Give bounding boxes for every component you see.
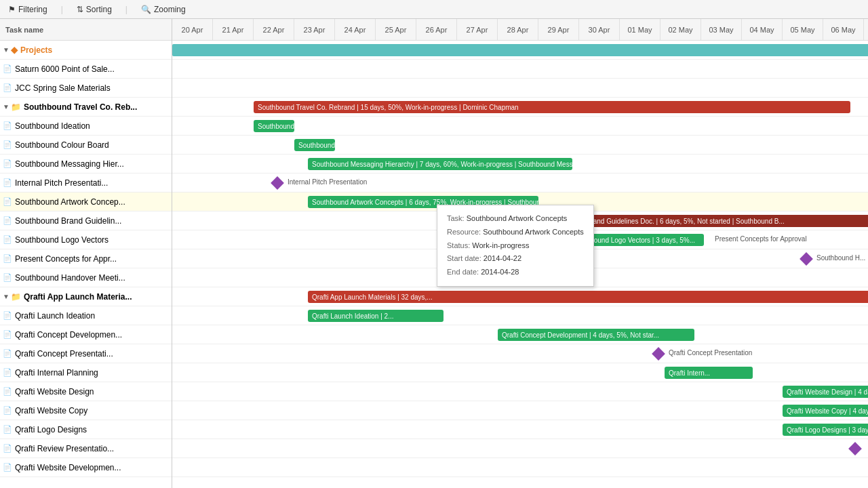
file-icon-sb-artwork: 📄 bbox=[3, 197, 12, 206]
task-row-q-internal[interactable]: 📄 Qrafti Internal Planning bbox=[0, 363, 172, 382]
file-icon-q-logo: 📄 bbox=[3, 425, 12, 434]
sort-icon: ⇅ bbox=[77, 5, 83, 14]
task-label-jcc: JCC Spring Sale Materials bbox=[15, 83, 111, 93]
gantt-row-q-review bbox=[172, 439, 868, 458]
task-label-sb-logo: Southbound Logo Vectors bbox=[15, 235, 108, 245]
task-row-q-review[interactable]: 📄 Qrafti Review Presentatio... bbox=[0, 439, 172, 458]
milestone-q-concept-pres[interactable] bbox=[652, 347, 665, 361]
milestone-q-review[interactable] bbox=[848, 442, 862, 455]
task-row-saturn[interactable]: 📄 Saturn 6000 Point of Sale... bbox=[0, 60, 172, 79]
task-row-sb-ideation[interactable]: 📄 Southbound Ideation bbox=[0, 117, 172, 136]
task-row-projects[interactable]: ▼ ◆ Projects bbox=[0, 41, 172, 60]
expand-icon-projects: ▼ bbox=[3, 46, 9, 54]
task-row-q-logo[interactable]: 📄 Qrafti Logo Designs bbox=[0, 420, 172, 439]
date-30apr: 30 Apr bbox=[579, 19, 620, 40]
bar-q-logo[interactable]: Qrafti Logo Designs | 3 days,... bbox=[783, 424, 868, 436]
gantt-row-q-concept-dev: Qrafti Concept Development | 4 days, 5%,… bbox=[172, 325, 868, 344]
gantt-row-projects bbox=[172, 41, 868, 60]
task-label-sb-messaging: Southbound Messaging Hier... bbox=[15, 159, 124, 169]
folder-icon-qrafti: 📁 bbox=[11, 292, 21, 302]
date-29apr: 29 Apr bbox=[538, 19, 579, 40]
date-06may: 06 May bbox=[823, 19, 864, 40]
tooltip-end-label: End date: bbox=[447, 268, 479, 276]
task-row-sb-logo[interactable]: 📄 Southbound Logo Vectors bbox=[0, 230, 172, 249]
task-row-q-web-dev[interactable]: 📄 Qrafti Website Developmen... bbox=[0, 458, 172, 477]
file-icon-q-web-copy: 📄 bbox=[3, 406, 12, 415]
task-row-q-ideation[interactable]: 📄 Qrafti Launch Ideation bbox=[0, 306, 172, 325]
date-21apr: 21 Apr bbox=[213, 19, 254, 40]
task-row-sb-messaging[interactable]: 📄 Southbound Messaging Hier... bbox=[0, 155, 172, 174]
tooltip-start-value: 2014-04-22 bbox=[484, 254, 521, 262]
expand-icon-qrafti: ▼ bbox=[3, 293, 9, 300]
task-panel: Task name ▼ ◆ Projects 📄 Saturn 6000 Poi… bbox=[0, 19, 172, 488]
task-row-jcc[interactable]: 📄 JCC Spring Sale Materials bbox=[0, 79, 172, 98]
projects-label: Projects bbox=[20, 45, 52, 55]
gantt-row-saturn bbox=[172, 60, 868, 79]
project-top-bar bbox=[172, 44, 868, 56]
task-row-sb-pitch[interactable]: 📄 Internal Pitch Presentati... bbox=[0, 174, 172, 192]
tooltip-task-row: Task: Southbound Artwork Concepts bbox=[447, 212, 584, 226]
task-label-q-web-dev: Qrafti Website Developmen... bbox=[15, 463, 121, 472]
file-icon-sb-brand: 📄 bbox=[3, 216, 12, 225]
date-04may: 04 May bbox=[742, 19, 783, 40]
date-27apr: 27 Apr bbox=[457, 19, 498, 40]
date-22apr: 22 Apr bbox=[254, 19, 294, 40]
task-row-sb-present[interactable]: 📄 Present Concepts for Appr... bbox=[0, 249, 172, 268]
tooltip-resource-value: Southbound Artwork Concepts bbox=[483, 228, 584, 236]
file-icon-sb-pitch: 📄 bbox=[3, 178, 12, 187]
gantt-row-q-logo: Qrafti Logo Designs | 3 days,... bbox=[172, 420, 868, 439]
file-icon-sb-handover: 📄 bbox=[3, 273, 12, 282]
bar-q-web-copy[interactable]: Qrafti Website Copy | 4 days, 5... bbox=[783, 405, 868, 417]
date-05may: 05 May bbox=[783, 19, 823, 40]
task-row-q-web-copy[interactable]: 📄 Qrafti Website Copy bbox=[0, 401, 172, 420]
milestone-sb-pitch[interactable] bbox=[271, 176, 284, 190]
milestone-sb-present[interactable] bbox=[800, 252, 813, 266]
label-sb-handover: Southbound H... bbox=[816, 254, 865, 262]
bar-q-concept-dev[interactable]: Qrafti Concept Development | 4 days, 5%,… bbox=[498, 329, 694, 341]
file-icon-q-web-design: 📄 bbox=[3, 387, 12, 396]
task-label-q-web-copy: Qrafti Website Copy bbox=[15, 406, 87, 415]
bar-southbound-travel[interactable]: Southbound Travel Co. Rebrand | 15 days,… bbox=[254, 101, 850, 113]
date-20apr: 20 Apr bbox=[172, 19, 213, 40]
bar-q-web-design[interactable]: Qrafti Website Design | 4 days... bbox=[783, 386, 868, 398]
task-label-sb-present: Present Concepts for Appr... bbox=[15, 254, 117, 264]
task-row-southbound[interactable]: ▼ 📁 Southbound Travel Co. Reb... bbox=[0, 98, 172, 117]
zooming-button[interactable]: 🔍 Zooming bbox=[138, 5, 189, 14]
date-24apr: 24 Apr bbox=[335, 19, 376, 40]
task-row-sb-artwork[interactable]: 📄 Southbound Artwork Concep... bbox=[0, 192, 172, 211]
task-row-q-web-design[interactable]: 📄 Qrafti Website Design bbox=[0, 382, 172, 401]
bar-sb-messaging[interactable]: Southbound Messaging Hierarchy | 7 days,… bbox=[308, 158, 572, 170]
task-row-sb-handover[interactable]: 📄 Southbound Handover Meeti... bbox=[0, 268, 172, 287]
sorting-button[interactable]: ⇅ Sorting bbox=[74, 5, 115, 14]
bar-q-ideation[interactable]: Qrafti Launch Ideation | 2... bbox=[308, 310, 443, 322]
gantt-area[interactable]: 20 Apr 21 Apr 22 Apr 23 Apr 24 Apr 25 Ap… bbox=[172, 19, 868, 488]
task-label-q-logo: Qrafti Logo Designs bbox=[15, 425, 87, 434]
gantt-row-qrafti: Qrafti App Launch Materials | 32 days,..… bbox=[172, 287, 868, 306]
file-icon-q-internal: 📄 bbox=[3, 368, 12, 377]
task-row-sb-brand[interactable]: 📄 Southbound Brand Guidelin... bbox=[0, 211, 172, 230]
file-icon-sb-present: 📄 bbox=[3, 254, 12, 263]
file-icon-q-concept-pres: 📄 bbox=[3, 349, 12, 358]
bar-qrafti[interactable]: Qrafti App Launch Materials | 32 days,..… bbox=[308, 291, 868, 303]
tooltip-start-label: Start date: bbox=[447, 254, 481, 262]
task-label-sb-brand: Southbound Brand Guidelin... bbox=[15, 216, 121, 226]
date-02may: 02 May bbox=[660, 19, 701, 40]
tooltip-task-value: Southbound Artwork Concepts bbox=[467, 214, 568, 222]
date-23apr: 23 Apr bbox=[294, 19, 335, 40]
toolbar: ⚑ Filtering | ⇅ Sorting | 🔍 Zooming bbox=[0, 0, 868, 19]
task-row-q-concept-pres[interactable]: 📄 Qrafti Concept Presentati... bbox=[0, 344, 172, 363]
task-row-q-concept-dev[interactable]: 📄 Qrafti Concept Developmen... bbox=[0, 325, 172, 344]
bar-q-internal[interactable]: Qrafti Intern... bbox=[665, 367, 753, 379]
label-sb-present: Present Concepts for Approval bbox=[715, 235, 807, 243]
task-label-sb-pitch: Internal Pitch Presentati... bbox=[15, 178, 108, 188]
task-row-qrafti[interactable]: ▼ 📁 Qrafti App Launch Materia... bbox=[0, 287, 172, 306]
task-row-sb-colour[interactable]: 📄 Southbound Colour Board bbox=[0, 136, 172, 155]
filtering-button[interactable]: ⚑ Filtering bbox=[5, 5, 50, 14]
bar-sb-colour[interactable]: Southbound... bbox=[294, 139, 335, 151]
file-icon-q-ideation: 📄 bbox=[3, 311, 12, 320]
bar-sb-ideation[interactable]: Southbound Ideation | 2... bbox=[254, 120, 294, 132]
task-header-label: Task name bbox=[5, 26, 43, 34]
file-icon-q-web-dev: 📄 bbox=[3, 463, 12, 472]
date-28apr: 28 Apr bbox=[498, 19, 538, 40]
gantt-row-sb-messaging: Southbound Messaging Hierarchy | 7 days,… bbox=[172, 155, 868, 174]
